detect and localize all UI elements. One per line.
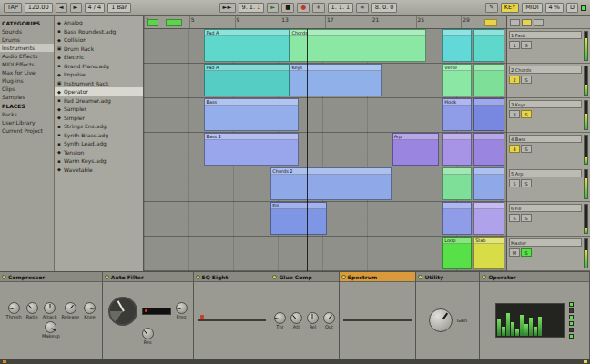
browser-item[interactable]: ◆Simpler: [55, 114, 143, 123]
clip[interactable]: [473, 202, 504, 235]
clip[interactable]: [473, 29, 504, 62]
draw-mode-button[interactable]: ✎: [485, 3, 497, 13]
clip[interactable]: Arp: [392, 133, 439, 166]
browser-item[interactable]: ▪Synth Lead.adg: [55, 139, 143, 148]
browser-item[interactable]: ▪Bass Roundest.adg: [55, 27, 143, 36]
device-title-bar[interactable]: Spectrum: [340, 272, 416, 282]
clip[interactable]: Verse: [442, 64, 472, 96]
device-knob[interactable]: Knee: [84, 302, 96, 319]
browser-item[interactable]: ◆Sampler: [55, 105, 143, 114]
browser-category-samples[interactable]: Samples: [0, 93, 54, 101]
device-power-icon[interactable]: [196, 275, 200, 279]
device-title-bar[interactable]: Auto Filter: [103, 272, 193, 282]
device-power-icon[interactable]: [418, 275, 422, 279]
browser-category-packs[interactable]: Packs: [0, 110, 54, 118]
ruler-locator-marker[interactable]: [484, 19, 497, 26]
mixer-slot-button[interactable]: 4: [509, 145, 520, 153]
browser-category-sounds[interactable]: Sounds: [0, 27, 54, 35]
browser-category-instruments[interactable]: Instruments: [0, 44, 54, 52]
stop-button[interactable]: ■: [281, 3, 294, 13]
browser-item[interactable]: ▣Instrument Rack: [55, 79, 143, 88]
loop-start-field[interactable]: 1. 1. 1: [328, 3, 354, 13]
track-name[interactable]: 3 Keys: [509, 100, 582, 108]
mixer-header-box[interactable]: [510, 19, 520, 26]
device-title-bar[interactable]: EQ Eight: [194, 272, 270, 282]
track-name[interactable]: 4 Bass: [509, 135, 582, 143]
browser-item[interactable]: ◆Operator: [55, 87, 143, 96]
clip[interactable]: Fill: [270, 202, 326, 235]
arrangement-position-field[interactable]: 9. 1. 1: [239, 3, 265, 13]
device-knob[interactable]: Ratio: [26, 302, 38, 319]
clip[interactable]: Hook: [442, 98, 472, 131]
tempo-field[interactable]: 120.00: [25, 3, 53, 13]
browser-item[interactable]: ◆Tension: [55, 148, 143, 157]
device-power-icon[interactable]: [482, 275, 486, 279]
mixer-slot-button[interactable]: S: [521, 110, 532, 118]
browser-item[interactable]: ◆Analog: [55, 18, 143, 27]
device-knob[interactable]: Attack: [43, 302, 57, 319]
browser-item[interactable]: ◆Wavetable: [55, 166, 143, 175]
clip[interactable]: [473, 64, 504, 96]
device-title-bar[interactable]: Glue Comp: [270, 272, 338, 282]
browser-category-clips[interactable]: Clips: [0, 85, 54, 93]
browser-item[interactable]: ◆Electric: [55, 53, 143, 62]
clip[interactable]: [473, 98, 504, 131]
clip[interactable]: Chords 2: [270, 167, 392, 200]
browser-category-audio-effects[interactable]: Audio Effects: [0, 52, 54, 60]
device-knob[interactable]: Thresh: [6, 302, 22, 319]
device-knob[interactable]: Att: [290, 312, 302, 329]
nudge-up-button[interactable]: ►: [70, 3, 82, 13]
key-map-button[interactable]: KEY: [501, 3, 519, 13]
tap-button[interactable]: TAP: [4, 3, 22, 13]
mixer-slot-button[interactable]: 1: [509, 41, 520, 49]
loop-length-field[interactable]: 8. 0. 0: [371, 3, 398, 13]
track-name[interactable]: 5 Arp: [509, 169, 582, 177]
record-button[interactable]: ●: [297, 3, 310, 13]
clip[interactable]: Keys: [290, 64, 382, 96]
clip[interactable]: [473, 133, 504, 166]
clip[interactable]: Bass: [204, 98, 298, 131]
beat-time-ruler[interactable]: 1591317212529: [144, 16, 506, 29]
overdub-button[interactable]: +: [312, 3, 324, 13]
play-button[interactable]: ►: [267, 3, 279, 13]
mixer-slot-button[interactable]: S: [521, 179, 532, 187]
device-knob[interactable]: Res: [142, 328, 154, 345]
time-signature-field[interactable]: 4 / 4: [85, 3, 106, 13]
mixer-slot-button[interactable]: S: [521, 214, 532, 222]
clip[interactable]: Stab: [473, 237, 504, 269]
browser-item[interactable]: ▪Synth Brass.adg: [55, 131, 143, 140]
mixer-slot-button[interactable]: 6: [509, 214, 520, 222]
mixer-slot-button[interactable]: S: [521, 145, 532, 153]
ruler-locator-marker[interactable]: [148, 19, 158, 26]
mixer-slot-button[interactable]: S: [521, 248, 532, 257]
mixer-header-box[interactable]: [522, 19, 532, 26]
utility-dial[interactable]: [429, 308, 453, 332]
ruler-locator-marker[interactable]: [166, 19, 182, 26]
mixer-slot-button[interactable]: 5: [509, 179, 520, 187]
clip[interactable]: [442, 167, 472, 200]
clip[interactable]: [442, 133, 472, 166]
mixer-slot-button[interactable]: 2: [509, 76, 520, 84]
mixer-slot-button[interactable]: S: [521, 76, 532, 84]
track-name[interactable]: 1 Pads: [509, 31, 582, 39]
device-knob[interactable]: Thr: [274, 312, 286, 329]
browser-category-current-project[interactable]: Current Project: [0, 126, 54, 135]
mixer-slot-button[interactable]: S: [521, 41, 532, 49]
device-title-bar[interactable]: Utility: [416, 272, 479, 282]
device-power-icon[interactable]: [341, 275, 346, 279]
browser-category-user-library[interactable]: User Library: [0, 118, 54, 126]
clip[interactable]: [442, 202, 472, 235]
quantize-field[interactable]: 1 Bar: [107, 3, 130, 13]
follow-button[interactable]: ►►: [219, 3, 236, 13]
track-name[interactable]: 2 Chords: [509, 66, 582, 74]
device-power-icon[interactable]: [272, 275, 277, 279]
nudge-down-button[interactable]: ◄: [56, 3, 67, 13]
browser-item[interactable]: ◆Collision: [55, 35, 143, 45]
mixer-slot-button[interactable]: 3: [509, 110, 520, 118]
clip[interactable]: Chords: [290, 29, 425, 62]
loop-button[interactable]: ∞: [356, 3, 368, 13]
browser-category-max-for-live[interactable]: Max for Live: [0, 68, 54, 76]
device-title-bar[interactable]: Operator: [480, 272, 589, 282]
device-knob[interactable]: Rel: [307, 312, 319, 329]
clip[interactable]: Bass 2: [204, 133, 298, 166]
